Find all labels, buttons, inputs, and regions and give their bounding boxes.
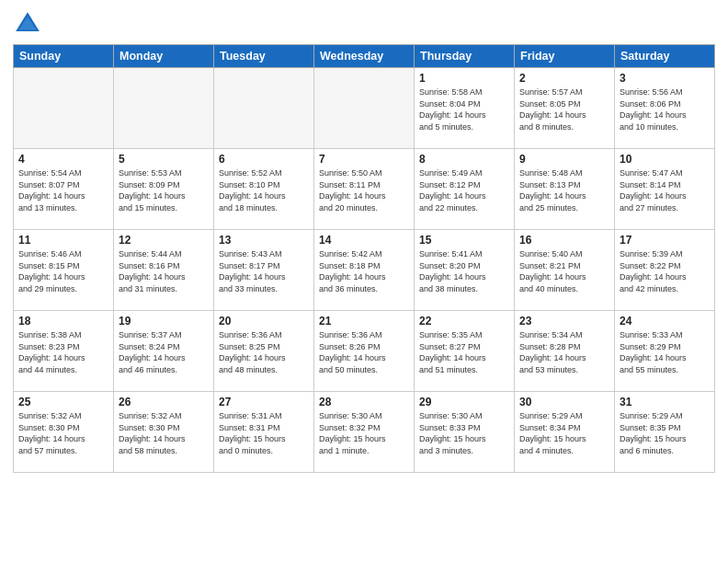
calendar-cell: 16Sunrise: 5:40 AM Sunset: 8:21 PM Dayli… [515,230,615,311]
calendar-cell: 13Sunrise: 5:43 AM Sunset: 8:17 PM Dayli… [214,230,314,311]
day-info: Sunrise: 5:33 AM Sunset: 8:29 PM Dayligh… [620,329,710,375]
calendar-cell: 3Sunrise: 5:56 AM Sunset: 8:06 PM Daylig… [615,68,715,149]
day-number: 6 [219,153,309,166]
day-info: Sunrise: 5:29 AM Sunset: 8:34 PM Dayligh… [519,410,609,456]
day-info: Sunrise: 5:36 AM Sunset: 8:26 PM Dayligh… [319,329,409,375]
day-number: 10 [620,153,710,166]
day-number: 13 [219,234,309,247]
day-number: 20 [219,315,309,327]
calendar-cell: 15Sunrise: 5:41 AM Sunset: 8:20 PM Dayli… [415,230,515,311]
calendar-cell: 19Sunrise: 5:37 AM Sunset: 8:24 PM Dayli… [114,311,214,392]
day-info: Sunrise: 5:30 AM Sunset: 8:32 PM Dayligh… [319,410,409,456]
day-number: 11 [18,234,108,247]
calendar-cell: 25Sunrise: 5:32 AM Sunset: 8:30 PM Dayli… [14,392,114,473]
calendar-cell: 2Sunrise: 5:57 AM Sunset: 8:05 PM Daylig… [515,68,615,149]
calendar-cell: 28Sunrise: 5:30 AM Sunset: 8:32 PM Dayli… [314,392,415,473]
day-number: 12 [119,234,209,247]
day-info: Sunrise: 5:46 AM Sunset: 8:15 PM Dayligh… [18,248,108,294]
day-number: 19 [119,315,209,327]
page-container: SundayMondayTuesdayWednesdayThursdayFrid… [0,0,728,563]
day-number: 29 [419,396,509,408]
calendar-cell: 27Sunrise: 5:31 AM Sunset: 8:31 PM Dayli… [214,392,314,473]
day-info: Sunrise: 5:41 AM Sunset: 8:20 PM Dayligh… [419,248,509,294]
day-info: Sunrise: 5:52 AM Sunset: 8:10 PM Dayligh… [219,167,309,213]
day-number: 24 [620,315,710,327]
day-header-saturday: Saturday [615,45,715,68]
calendar-cell: 17Sunrise: 5:39 AM Sunset: 8:22 PM Dayli… [615,230,715,311]
calendar-cell: 9Sunrise: 5:48 AM Sunset: 8:13 PM Daylig… [515,149,615,230]
calendar-cell: 11Sunrise: 5:46 AM Sunset: 8:15 PM Dayli… [14,230,114,311]
day-info: Sunrise: 5:53 AM Sunset: 8:09 PM Dayligh… [119,167,209,213]
calendar-cell: 14Sunrise: 5:42 AM Sunset: 8:18 PM Dayli… [314,230,415,311]
day-number: 22 [419,315,509,327]
day-info: Sunrise: 5:57 AM Sunset: 8:05 PM Dayligh… [519,86,609,132]
calendar-cell: 29Sunrise: 5:30 AM Sunset: 8:33 PM Dayli… [415,392,515,473]
day-number: 30 [519,396,609,408]
day-header-thursday: Thursday [415,45,515,68]
day-number: 28 [319,396,409,408]
day-info: Sunrise: 5:42 AM Sunset: 8:18 PM Dayligh… [319,248,409,294]
calendar-cell: 30Sunrise: 5:29 AM Sunset: 8:34 PM Dayli… [515,392,615,473]
day-number: 31 [620,396,710,408]
logo-icon [13,9,42,39]
day-info: Sunrise: 5:37 AM Sunset: 8:24 PM Dayligh… [119,329,209,375]
calendar-cell: 7Sunrise: 5:50 AM Sunset: 8:11 PM Daylig… [314,149,415,230]
day-number: 4 [18,153,108,166]
calendar-header-row: SundayMondayTuesdayWednesdayThursdayFrid… [14,45,715,68]
day-info: Sunrise: 5:32 AM Sunset: 8:30 PM Dayligh… [18,410,108,456]
calendar-week-2: 4Sunrise: 5:54 AM Sunset: 8:07 PM Daylig… [14,149,715,230]
day-number: 27 [219,396,309,408]
day-info: Sunrise: 5:44 AM Sunset: 8:16 PM Dayligh… [119,248,209,294]
day-info: Sunrise: 5:50 AM Sunset: 8:11 PM Dayligh… [319,167,409,213]
day-number: 23 [519,315,609,327]
day-info: Sunrise: 5:43 AM Sunset: 8:17 PM Dayligh… [219,248,309,294]
day-info: Sunrise: 5:48 AM Sunset: 8:13 PM Dayligh… [519,167,609,213]
day-header-wednesday: Wednesday [314,45,415,68]
day-info: Sunrise: 5:31 AM Sunset: 8:31 PM Dayligh… [219,410,309,456]
day-number: 1 [419,72,509,85]
calendar-week-3: 11Sunrise: 5:46 AM Sunset: 8:15 PM Dayli… [14,230,715,311]
calendar-cell [314,68,415,149]
day-number: 2 [519,72,609,85]
day-info: Sunrise: 5:58 AM Sunset: 8:04 PM Dayligh… [419,86,509,132]
header [13,9,715,39]
day-number: 14 [319,234,409,247]
day-info: Sunrise: 5:29 AM Sunset: 8:35 PM Dayligh… [620,410,710,456]
day-number: 18 [18,315,108,327]
calendar-cell: 10Sunrise: 5:47 AM Sunset: 8:14 PM Dayli… [615,149,715,230]
day-info: Sunrise: 5:36 AM Sunset: 8:25 PM Dayligh… [219,329,309,375]
day-info: Sunrise: 5:32 AM Sunset: 8:30 PM Dayligh… [119,410,209,456]
day-number: 5 [119,153,209,166]
day-number: 16 [519,234,609,247]
day-header-monday: Monday [114,45,214,68]
calendar-cell: 18Sunrise: 5:38 AM Sunset: 8:23 PM Dayli… [14,311,114,392]
day-info: Sunrise: 5:40 AM Sunset: 8:21 PM Dayligh… [519,248,609,294]
day-number: 17 [620,234,710,247]
day-info: Sunrise: 5:49 AM Sunset: 8:12 PM Dayligh… [419,167,509,213]
calendar-cell: 22Sunrise: 5:35 AM Sunset: 8:27 PM Dayli… [415,311,515,392]
calendar-week-5: 25Sunrise: 5:32 AM Sunset: 8:30 PM Dayli… [14,392,715,473]
day-info: Sunrise: 5:35 AM Sunset: 8:27 PM Dayligh… [419,329,509,375]
calendar-cell [114,68,214,149]
day-number: 25 [18,396,108,408]
day-number: 26 [119,396,209,408]
calendar-cell: 31Sunrise: 5:29 AM Sunset: 8:35 PM Dayli… [615,392,715,473]
day-info: Sunrise: 5:39 AM Sunset: 8:22 PM Dayligh… [620,248,710,294]
calendar-week-4: 18Sunrise: 5:38 AM Sunset: 8:23 PM Dayli… [14,311,715,392]
calendar-cell: 23Sunrise: 5:34 AM Sunset: 8:28 PM Dayli… [515,311,615,392]
calendar-cell: 12Sunrise: 5:44 AM Sunset: 8:16 PM Dayli… [114,230,214,311]
calendar-cell: 20Sunrise: 5:36 AM Sunset: 8:25 PM Dayli… [214,311,314,392]
day-number: 21 [319,315,409,327]
day-number: 3 [620,72,710,85]
day-info: Sunrise: 5:30 AM Sunset: 8:33 PM Dayligh… [419,410,509,456]
calendar-cell: 1Sunrise: 5:58 AM Sunset: 8:04 PM Daylig… [415,68,515,149]
calendar-cell [214,68,314,149]
day-info: Sunrise: 5:56 AM Sunset: 8:06 PM Dayligh… [620,86,710,132]
day-info: Sunrise: 5:34 AM Sunset: 8:28 PM Dayligh… [519,329,609,375]
calendar-table: SundayMondayTuesdayWednesdayThursdayFrid… [13,44,715,473]
calendar-week-1: 1Sunrise: 5:58 AM Sunset: 8:04 PM Daylig… [14,68,715,149]
calendar-cell: 8Sunrise: 5:49 AM Sunset: 8:12 PM Daylig… [415,149,515,230]
day-info: Sunrise: 5:38 AM Sunset: 8:23 PM Dayligh… [18,329,108,375]
day-info: Sunrise: 5:47 AM Sunset: 8:14 PM Dayligh… [620,167,710,213]
calendar-cell: 21Sunrise: 5:36 AM Sunset: 8:26 PM Dayli… [314,311,415,392]
